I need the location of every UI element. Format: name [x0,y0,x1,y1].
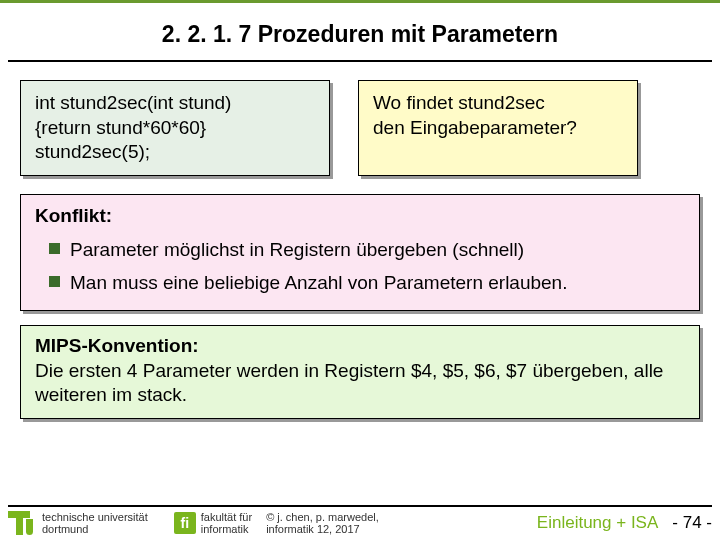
fak-line: informatik [201,523,252,535]
konflikt-box: Konflikt: Parameter möglichst in Registe… [20,194,700,311]
mips-body: Die ersten 4 Parameter werden in Registe… [35,359,685,408]
bullet-item: Man muss eine beliebige Anzahl von Param… [49,270,685,296]
mips-label: MIPS-Konvention: [35,334,685,359]
code-box: int stund2sec(int stund) {return stund*6… [20,80,330,176]
copyright-text: © j. chen, p. marwedel, informatik 12, 2… [266,511,379,535]
bullet-item: Parameter möglichst in Registern übergeb… [49,237,685,263]
bullet-text: Parameter möglichst in Registern übergeb… [70,237,524,263]
faculty-text: fakultät für informatik [201,511,252,535]
tu-logo-block: technische universität dortmund [8,511,148,535]
page-number: - 74 - [672,513,712,533]
konflikt-label: Konflikt: [35,203,685,229]
copy-line: informatik 12, 2017 [266,523,379,535]
fi-logo-block: fi fakultät für informatik [174,511,252,535]
copy-line: © j. chen, p. marwedel, [266,511,379,523]
bullet-square-icon [49,243,60,254]
slide-title: 2. 2. 1. 7 Prozeduren mit Parametern [0,21,720,48]
university-text: technische universität dortmund [42,511,148,535]
question-line: Wo findet stund2sec [373,91,623,116]
mips-box: MIPS-Konvention: Die ersten 4 Parameter … [20,325,700,419]
code-line: {return stund*60*60} [35,116,315,141]
code-line: int stund2sec(int stund) [35,91,315,116]
chapter-label: Einleitung + ISA [537,513,658,533]
fi-logo-icon: fi [174,512,196,534]
fak-line: fakultät für [201,511,252,523]
uni-line: dortmund [42,523,148,535]
code-line: stund2sec(5); [35,140,315,165]
question-box: Wo findet stund2sec den Eingabeparameter… [358,80,638,176]
footer: technische universität dortmund fi fakul… [8,505,712,535]
title-area: 2. 2. 1. 7 Prozeduren mit Parametern [0,3,720,60]
top-row: int stund2sec(int stund) {return stund*6… [0,62,720,186]
uni-line: technische universität [42,511,148,523]
bullet-text: Man muss eine beliebige Anzahl von Param… [70,270,567,296]
bullet-square-icon [49,276,60,287]
tu-logo-icon [8,511,38,535]
question-line: den Eingabeparameter? [373,116,623,141]
